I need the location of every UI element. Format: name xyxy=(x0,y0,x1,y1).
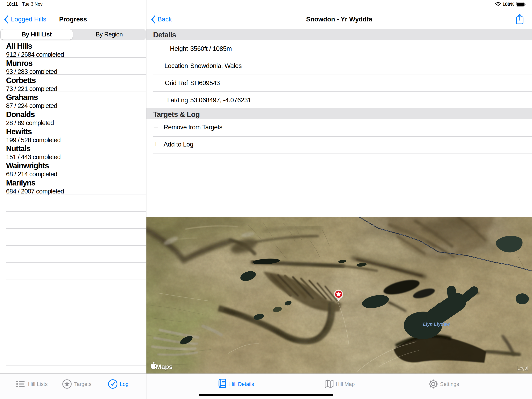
svg-text:Llyn Llydaw: Llyn Llydaw xyxy=(423,322,450,327)
svg-text:Maps: Maps xyxy=(156,363,173,370)
svg-text:Legal: Legal xyxy=(517,366,528,371)
